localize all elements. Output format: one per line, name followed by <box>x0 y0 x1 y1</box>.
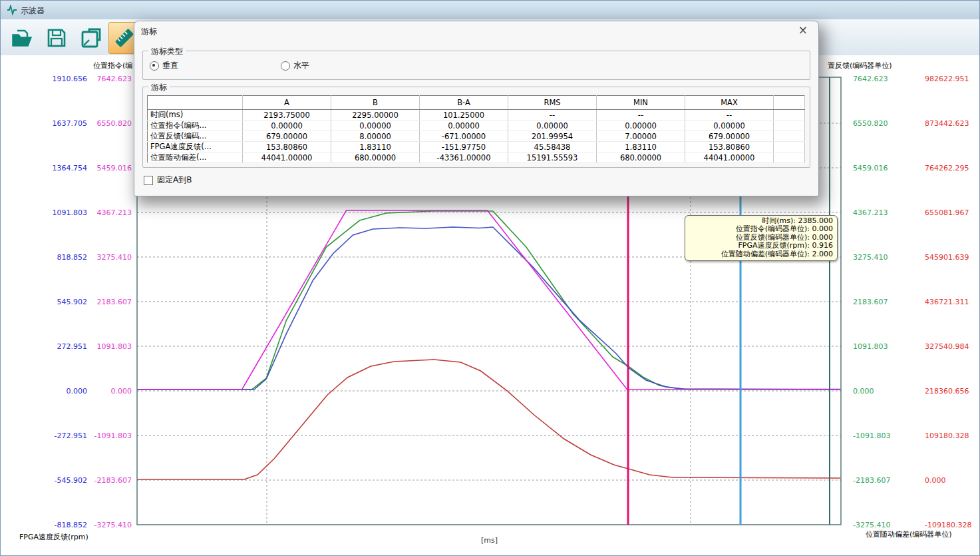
row-value: 101.25000 <box>420 110 508 121</box>
table-header: MIN <box>597 96 685 110</box>
speed-tick-label: 1910.656 <box>46 75 87 83</box>
command-tick-label: 1091.803 <box>90 342 132 351</box>
speed-tick-label: 1091.803 <box>46 208 87 217</box>
speed-tick-label: -272.951 <box>46 431 87 440</box>
row-value <box>774 152 805 163</box>
command-tick-label: 5459.016 <box>90 164 132 172</box>
tooltip-line: 位置指令(编码器单位): 0.000 <box>688 225 833 233</box>
row-value: -151.97750 <box>420 142 508 152</box>
row-value: 1.83110 <box>331 142 420 152</box>
speed-tick-label: 1364.754 <box>46 164 87 172</box>
row-value: 15191.55593 <box>508 152 597 163</box>
series-err <box>138 360 841 479</box>
feedback-tick-label: 3275.410 <box>853 253 888 262</box>
table-header <box>774 96 805 110</box>
command-tick-label: 6550.820 <box>90 119 132 128</box>
speed-tick-label: -818.852 <box>46 521 87 529</box>
table-header: B <box>331 96 420 110</box>
table-header <box>148 96 243 110</box>
feedback-tick-label: 0.000 <box>853 387 874 396</box>
command-tick-label: 3275.410 <box>90 253 132 262</box>
row-value: 680.00000 <box>597 152 685 163</box>
table-row[interactable]: 位置随动偏差(...44041.00000680.00000-43361.000… <box>148 152 805 163</box>
radio-dot <box>281 61 290 71</box>
speed-tick-label: -545.902 <box>46 476 87 485</box>
row-value: 44041.00000 <box>243 152 331 163</box>
row-value: 0.00000 <box>420 121 508 131</box>
checkbox-label: 固定A到B <box>157 174 192 186</box>
feedback-tick-label: 4367.213 <box>853 208 888 217</box>
row-value: 680.00000 <box>331 152 420 163</box>
tooltip-line: FPGA速度反馈(rpm): 0.916 <box>688 242 833 250</box>
feedback-tick-label: -3275.410 <box>853 521 890 529</box>
row-value <box>774 142 805 152</box>
table-header: MAX <box>685 96 774 110</box>
tooltip-line: 位置随动偏差(编码器单位): 2.000 <box>688 250 833 258</box>
radio-horizontal[interactable]: 水平 <box>281 60 309 71</box>
table-row[interactable]: FPGA速度反馈(...153.808601.83110-151.9775045… <box>148 142 805 152</box>
table-row[interactable]: 时间(ms)2193.750002295.00000101.25000-----… <box>148 110 805 121</box>
row-label: 位置反馈(编码... <box>148 131 243 142</box>
dialog-title: 游标 <box>141 26 157 37</box>
table-header: A <box>243 96 331 110</box>
row-value <box>774 131 805 142</box>
radio-vertical[interactable]: 垂直 <box>150 60 178 71</box>
row-value: 0.00000 <box>597 121 685 131</box>
speed-tick-label: 818.852 <box>46 253 87 262</box>
command-tick-label: -1091.803 <box>90 431 132 440</box>
error-tick-label: -109180.328 <box>925 521 971 529</box>
row-value: 0.00000 <box>243 121 331 131</box>
error-tick-label: 218360.656 <box>925 387 969 396</box>
close-icon[interactable]: × <box>798 25 808 36</box>
feedback-tick-label: -1091.803 <box>853 431 890 440</box>
row-value: 679.00000 <box>685 131 774 142</box>
row-value <box>774 121 805 131</box>
feedback-tick-label: 1091.803 <box>853 342 888 351</box>
error-tick-label: 327540.984 <box>925 342 969 351</box>
row-value: -- <box>508 110 597 121</box>
error-tick-label: 982622.951 <box>925 75 969 83</box>
time-axis-title: [ms] <box>481 536 498 545</box>
speed-tick-label: 0.000 <box>46 387 87 396</box>
row-value: -- <box>597 110 685 121</box>
error-tick-label: 0.000 <box>925 476 946 485</box>
table-row[interactable]: 位置指令(编码...0.000000.000000.000000.000000.… <box>148 121 805 131</box>
speed-tick-label: 272.951 <box>46 342 87 351</box>
row-label: 时间(ms) <box>148 110 243 121</box>
row-value: -- <box>685 110 774 121</box>
cursor-dialog[interactable]: 游标 × 游标类型 垂直 水平 游标 ABB-ARMSMINMAX时间(ms)2… <box>134 21 819 196</box>
row-value <box>774 110 805 121</box>
app-window: 示波器 <box>0 0 980 556</box>
error-tick-label: 873442.623 <box>925 119 969 128</box>
speed-tick-label: 545.902 <box>46 298 87 306</box>
command-tick-label: 4367.213 <box>90 208 132 217</box>
row-value: 0.00000 <box>685 121 774 131</box>
row-value: 679.00000 <box>243 131 331 142</box>
row-label: FPGA速度反馈(... <box>148 142 243 152</box>
table-row[interactable]: 位置反馈(编码...679.000008.00000-671.00000201.… <box>148 131 805 142</box>
error-tick-label: 655081.967 <box>925 208 969 217</box>
error-tick-label: 436721.311 <box>925 298 969 306</box>
feedback-tick-label: 5459.016 <box>853 164 888 172</box>
row-value: 201.99954 <box>508 131 597 142</box>
error-tick-label: 545901.639 <box>925 253 969 262</box>
error-tick-label: 109180.328 <box>925 431 969 440</box>
cursor-type-group-label: 游标类型 <box>148 46 186 57</box>
checkbox-icon <box>144 176 153 185</box>
row-value: 7.00000 <box>597 131 685 142</box>
feedback-tick-label: 6550.820 <box>853 119 888 128</box>
row-value: 8.00000 <box>331 131 420 142</box>
table-header: RMS <box>508 96 597 110</box>
row-value: 153.80860 <box>243 142 331 152</box>
hover-tooltip: 时间(ms): 2385.000位置指令(编码器单位): 0.000位置反馈(编… <box>685 215 838 261</box>
command-tick-label: -3275.410 <box>90 521 132 529</box>
cmd-axis-title: 位置指令(编 <box>93 61 132 71</box>
radio-dot <box>150 61 159 71</box>
table-header: B-A <box>420 96 508 110</box>
cursor-measurement-table[interactable]: ABB-ARMSMINMAX时间(ms)2193.750002295.00000… <box>147 95 805 163</box>
row-label: 位置随动偏差(... <box>148 152 243 163</box>
row-value: 45.58438 <box>508 142 597 152</box>
fix-a-to-b-checkbox[interactable]: 固定A到B <box>144 174 192 186</box>
row-value: 2295.00000 <box>331 110 420 121</box>
command-tick-label: 0.000 <box>90 387 132 396</box>
